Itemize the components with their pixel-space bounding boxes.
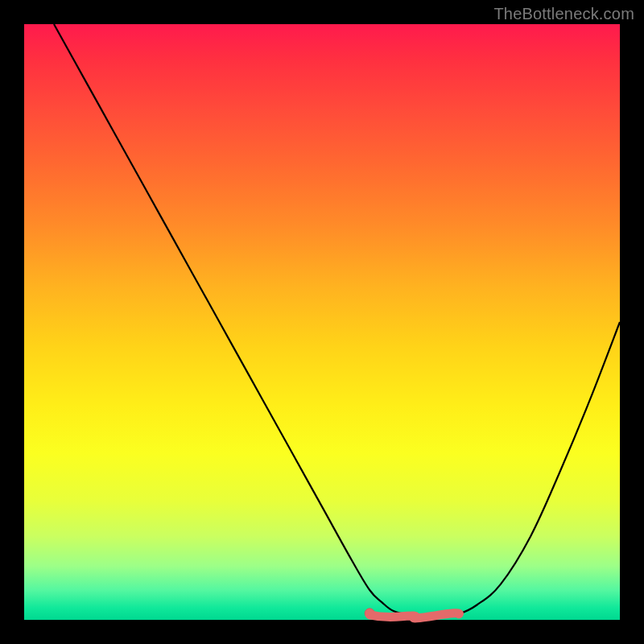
watermark-text: TheBottleneck.com	[493, 5, 634, 23]
chart-frame: TheBottleneck.com	[0, 0, 644, 644]
bottleneck-curve-path	[54, 24, 620, 617]
flat-region-stroke	[369, 613, 459, 618]
plot-area	[24, 24, 620, 620]
curve-svg	[24, 24, 620, 620]
